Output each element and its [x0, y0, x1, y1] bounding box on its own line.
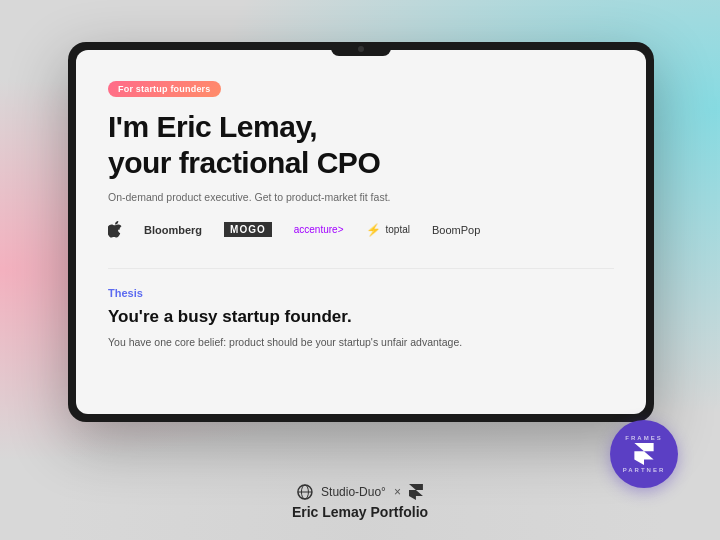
- logo-toptal: ⚡toptal: [366, 223, 410, 237]
- studio-duo-label: Studio-Duo°: [321, 485, 386, 499]
- framer-icon: [409, 484, 423, 500]
- bottom-label-row1: Studio-Duo° ×: [292, 484, 428, 500]
- badge-text-bottom: PARTNER: [623, 467, 666, 473]
- logos-row: Bloomberg MOGO accenture> ⚡toptal BoomPo…: [108, 221, 614, 238]
- logo-boompop: BoomPop: [432, 224, 480, 236]
- thesis-section: Thesis You're a busy startup founder. Yo…: [108, 287, 614, 351]
- portfolio-title: Eric Lemay Portfolio: [292, 504, 428, 520]
- frames-partner-badge: FRAMES PARTNER: [610, 420, 678, 488]
- logo-accenture: accenture>: [294, 224, 344, 235]
- badge-text-top: FRAMES: [625, 435, 662, 441]
- badge-framer-icon: [634, 443, 654, 465]
- badge-circle: FRAMES PARTNER: [610, 420, 678, 488]
- device-top-bar: [331, 42, 391, 56]
- screen-content: For startup founders I'm Eric Lemay, you…: [76, 50, 646, 414]
- device-frame: For startup founders I'm Eric Lemay, you…: [68, 42, 654, 422]
- startup-founders-tag: For startup founders: [108, 81, 221, 97]
- hero-heading-line2: your fractional CPO: [108, 146, 380, 179]
- logo-bloomberg: Bloomberg: [144, 224, 202, 236]
- thesis-heading: You're a busy startup founder.: [108, 307, 614, 327]
- bottom-label: Studio-Duo° × Eric Lemay Portfolio: [292, 484, 428, 520]
- device-screen: For startup founders I'm Eric Lemay, you…: [76, 50, 646, 414]
- thesis-body: You have one core belief: product should…: [108, 335, 614, 351]
- thesis-label: Thesis: [108, 287, 614, 299]
- hero-heading-line1: I'm Eric Lemay,: [108, 110, 317, 143]
- device-camera: [358, 46, 364, 52]
- logo-mogo: MOGO: [224, 222, 272, 237]
- hero-subtext: On-demand product executive. Get to prod…: [108, 191, 614, 203]
- logo-apple: [108, 221, 122, 238]
- section-divider: [108, 268, 614, 269]
- globe-icon: [297, 484, 313, 500]
- times-symbol: ×: [394, 485, 401, 499]
- hero-heading: I'm Eric Lemay, your fractional CPO: [108, 109, 614, 181]
